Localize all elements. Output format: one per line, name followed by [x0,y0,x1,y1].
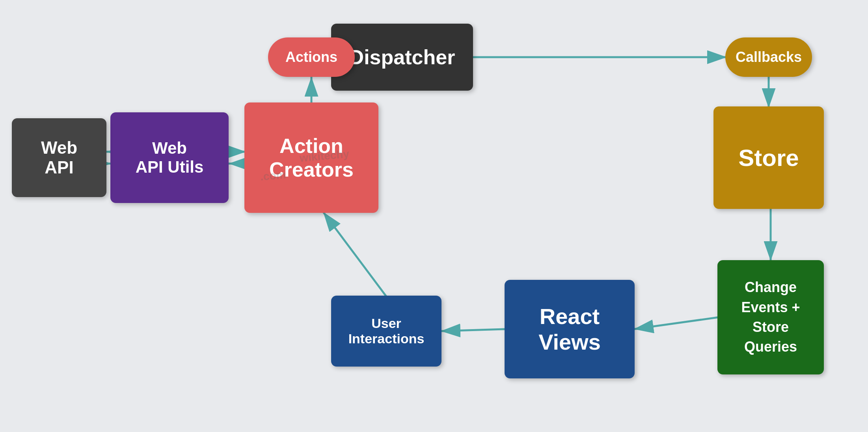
svg-line-11 [634,317,718,329]
diagram-container: Dispatcher Actions Callbacks Store Actio… [0,0,868,432]
web-api-utils-node: Web API Utils [110,112,229,203]
callbacks-node: Callbacks [725,37,812,77]
svg-line-12 [441,329,505,331]
watermark2: .com [260,168,287,183]
react-views-node: React Views [505,280,635,378]
store-node: Store [713,106,824,209]
actions-node: Actions [268,37,355,77]
web-api-node: Web API [12,118,106,197]
svg-line-13 [323,212,386,296]
user-interactions-node: User Interactions [331,296,441,367]
change-events-node: Change Events + Store Queries [717,260,824,374]
